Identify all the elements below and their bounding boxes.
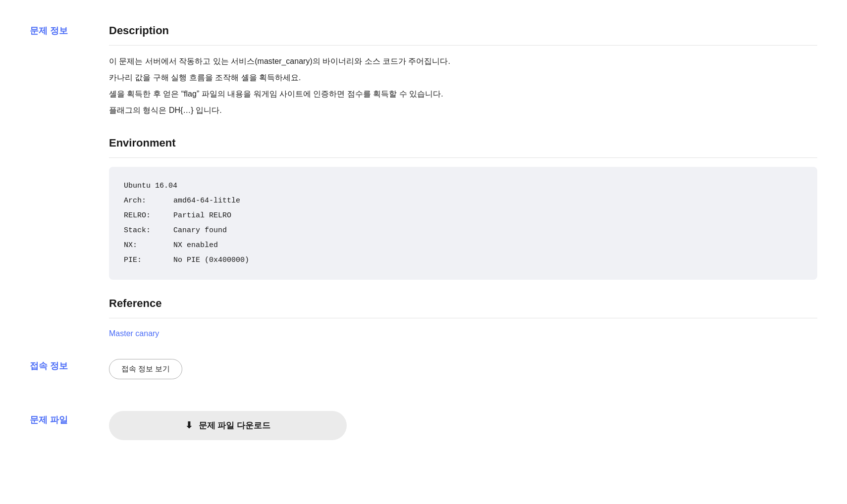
env-line-ubuntu: Ubuntu 16.04	[124, 179, 802, 194]
environment-title: Environment	[109, 132, 817, 151]
env-line-stack: Stack: Canary found	[124, 223, 802, 238]
environment-divider	[109, 157, 817, 158]
desc-line-1: 이 문제는 서버에서 작동하고 있는 서비스(master_canary)의 바…	[109, 54, 817, 69]
env-line-nx: NX: NX enabled	[124, 238, 802, 253]
env-line-pie: PIE: No PIE (0x400000)	[124, 253, 802, 268]
env-nx-val: NX enabled	[173, 238, 218, 253]
desc-line-3: 셸을 획득한 후 얻은 “flag” 파일의 내용을 워게임 사이트에 인증하면…	[109, 87, 817, 101]
access-info-button[interactable]: 접속 정보 보기	[109, 359, 182, 379]
env-arch-val: amd64-64-little	[173, 194, 240, 208]
desc-line-2: 카나리 값을 구해 실행 흐름을 조작해 셸을 획득하세요.	[109, 71, 817, 85]
problem-file-content: ⬇ 문제 파일 다운로드	[99, 409, 817, 455]
env-relro-key: RELRO:	[124, 208, 173, 223]
problem-file-label: 문제 파일	[30, 409, 99, 427]
env-pie-val: No PIE (0x400000)	[173, 253, 249, 268]
problem-info-content: Description 이 문제는 서버에서 작동하고 있는 서비스(maste…	[99, 20, 817, 355]
env-ubuntu-text: Ubuntu 16.04	[124, 179, 177, 194]
problem-info-label: 문제 정보	[30, 20, 99, 355]
desc-line-4: 플래그의 형식은 DH{…} 입니다.	[109, 103, 817, 118]
description-title: Description	[109, 20, 817, 39]
download-icon: ⬇	[185, 420, 193, 431]
download-button[interactable]: ⬇ 문제 파일 다운로드	[109, 411, 347, 440]
reference-link[interactable]: Master canary	[109, 329, 159, 338]
env-stack-key: Stack:	[124, 223, 173, 238]
access-info-label: 접속 정보	[30, 355, 99, 373]
problem-file-section: 문제 파일 ⬇ 문제 파일 다운로드	[30, 409, 817, 455]
reference-divider	[109, 318, 817, 318]
download-button-label: 문제 파일 다운로드	[199, 420, 270, 431]
env-pie-key: PIE:	[124, 253, 173, 268]
env-line-relro: RELRO: Partial RELRO	[124, 208, 802, 223]
env-relro-val: Partial RELRO	[173, 208, 231, 223]
env-nx-key: NX:	[124, 238, 173, 253]
env-stack-val: Canary found	[173, 223, 227, 238]
problem-info-section: 문제 정보 Description 이 문제는 서버에서 작동하고 있는 서비스…	[30, 20, 817, 355]
env-arch-key: Arch:	[124, 194, 173, 208]
access-info-content: 접속 정보 보기	[99, 355, 817, 394]
description-divider	[109, 45, 817, 46]
reference-title: Reference	[109, 293, 817, 312]
environment-box: Ubuntu 16.04 Arch: amd64-64-little RELRO…	[109, 167, 817, 280]
env-line-arch: Arch: amd64-64-little	[124, 194, 802, 208]
access-info-section: 접속 정보 접속 정보 보기	[30, 355, 817, 409]
